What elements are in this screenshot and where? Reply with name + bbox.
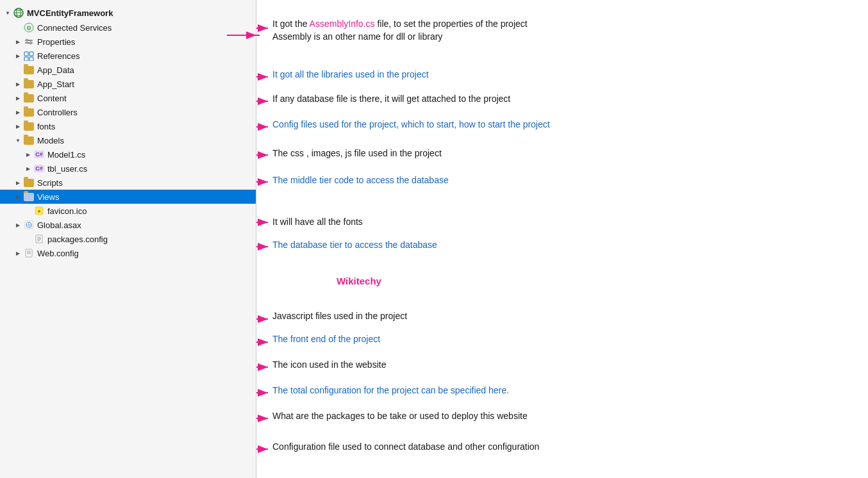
expand-references[interactable] (13, 51, 23, 61)
expand-tbluser[interactable] (23, 163, 33, 174)
model1-item[interactable]: C# Model1.cs (0, 147, 256, 161)
no-expand-packages (23, 234, 33, 244)
project-label: MVCEntityFramework (27, 8, 113, 18)
svg-point-9 (26, 39, 28, 42)
content-item[interactable]: Content (0, 91, 256, 105)
wikitechy-label: Wikitechy (337, 276, 381, 286)
svg-rect-26 (26, 249, 32, 257)
no-expand (13, 22, 23, 33)
annotation-fonts: It will have all the fonts (272, 216, 363, 229)
model1-label: Model1.cs (47, 150, 85, 160)
solution-explorer: MVCEntityFramework ⚙ Connected Services (0, 0, 256, 478)
packages-config-label: packages.config (47, 235, 108, 244)
annotation-views: The front end of the project (272, 333, 380, 346)
app-start-item[interactable]: App_Start (0, 77, 256, 91)
packages-config-icon (33, 233, 45, 245)
global-asax-label: Global.asax (37, 220, 81, 230)
expand-project[interactable] (3, 8, 13, 18)
expand-controllers[interactable] (13, 107, 23, 117)
fonts-item[interactable]: fonts (0, 119, 256, 133)
svg-rect-12 (29, 52, 33, 56)
expand-fonts[interactable] (13, 121, 23, 131)
app-data-label: App_Data (37, 65, 74, 75)
scripts-item[interactable]: Scripts (0, 176, 256, 190)
main-container: MVCEntityFramework ⚙ Connected Services (0, 0, 868, 478)
packages-config-item[interactable]: packages.config (0, 232, 256, 246)
expand-properties[interactable] (13, 37, 23, 47)
expand-webconfig[interactable] (13, 248, 23, 258)
annotation-favicon: The icon used in the website (272, 359, 386, 372)
app-data-icon (23, 64, 35, 76)
controllers-item[interactable]: Controllers (0, 105, 256, 119)
fonts-icon (23, 120, 35, 132)
references-label: References (37, 51, 79, 61)
svg-text:★: ★ (37, 209, 41, 213)
global-asax-icon (23, 219, 35, 231)
favicon-item[interactable]: ★ favicon.ico (0, 204, 256, 218)
annotation-css: The css , images, js file used in the pr… (272, 147, 442, 160)
scripts-label: Scripts (37, 178, 63, 188)
connected-services-item[interactable]: ⚙ Connected Services (0, 21, 256, 35)
annotation-libraries: It got all the libraries used in the pro… (272, 69, 429, 81)
connected-services-label: Connected Services (37, 23, 112, 33)
annotation-scripts: Javascript files used in the project (272, 310, 407, 323)
controllers-label: Controllers (37, 108, 78, 117)
no-expand-appdata (13, 65, 23, 75)
web-config-icon (23, 247, 35, 259)
app-start-label: App_Start (37, 79, 74, 89)
svg-text:⚙: ⚙ (26, 25, 31, 31)
expand-models[interactable] (13, 135, 23, 145)
annotation-packages: What are the packages to be take or used… (272, 410, 528, 423)
svg-rect-11 (24, 52, 28, 56)
app-data-item[interactable]: App_Data (0, 63, 256, 77)
annotation-webconfig: Configuration file used to connect datab… (272, 441, 539, 454)
model1-icon: C# (33, 149, 45, 160)
views-item[interactable]: Views (0, 190, 256, 204)
project-root[interactable]: MVCEntityFramework (0, 5, 256, 21)
expand-appstart[interactable] (13, 79, 23, 89)
content-icon (23, 92, 35, 104)
svg-rect-21 (36, 235, 42, 243)
connected-services-icon: ⚙ (23, 22, 35, 33)
models-item[interactable]: Models (0, 133, 256, 147)
properties-icon (23, 36, 35, 47)
properties-item[interactable]: Properties (0, 35, 256, 49)
svg-point-10 (29, 42, 32, 44)
expand-content[interactable] (13, 93, 23, 103)
views-icon (23, 191, 35, 202)
expand-scripts[interactable] (13, 177, 23, 188)
app-start-icon (23, 78, 35, 90)
web-config-label: Web.config (37, 249, 79, 258)
expand-model1[interactable] (23, 149, 33, 160)
annotation-database: If any database file is there, it will g… (272, 93, 510, 106)
properties-label: Properties (37, 37, 75, 47)
svg-rect-14 (29, 57, 33, 61)
tbl-user-item[interactable]: C# tbl_user.cs (0, 161, 256, 176)
references-item[interactable]: References (0, 49, 256, 63)
favicon-icon: ★ (33, 205, 45, 217)
models-label: Models (37, 136, 64, 145)
controllers-icon (23, 106, 35, 118)
global-asax-item[interactable]: Global.asax (0, 218, 256, 232)
favicon-label: favicon.ico (47, 206, 87, 216)
content-label: Content (37, 94, 67, 103)
annotation-config: Config files used for the project, which… (272, 119, 550, 131)
annotation-middle-tier: The middle tier code to access the datab… (272, 174, 449, 187)
project-icon (13, 7, 24, 19)
views-label: Views (37, 192, 59, 202)
tbl-user-icon: C# (33, 163, 45, 174)
annotation-global: The total configuration for the project … (272, 384, 509, 397)
scripts-icon (23, 177, 35, 188)
fonts-label: fonts (37, 122, 55, 131)
annotation-assembly: It got the AssemblyInfo.cs file, to set … (272, 18, 528, 43)
models-icon (23, 135, 35, 146)
web-config-item[interactable]: Web.config (0, 246, 256, 260)
annotations-panel: It got the AssemblyInfo.cs file, to set … (256, 0, 868, 478)
expand-global[interactable] (13, 220, 23, 230)
assemblyinfo-link: AssemblyInfo.cs (310, 19, 375, 29)
tbl-user-label: tbl_user.cs (47, 164, 87, 174)
annotation-database-tier: The database tier to access the database (272, 239, 437, 252)
expand-views[interactable] (13, 192, 23, 202)
no-expand-favicon (23, 206, 33, 216)
svg-rect-13 (24, 57, 28, 61)
